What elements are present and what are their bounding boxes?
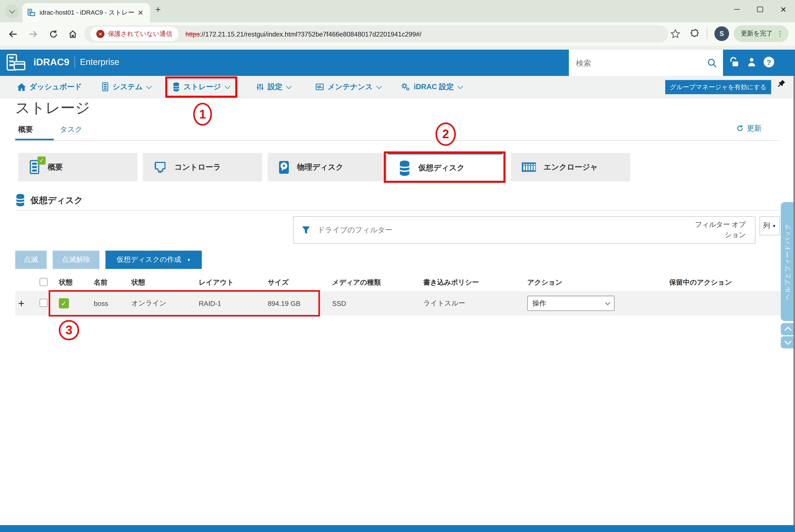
back-button[interactable] [6, 27, 19, 40]
expand-row-button[interactable]: + [15, 297, 40, 309]
refresh-icon [736, 125, 744, 132]
scroll-up-button[interactable] [781, 323, 795, 335]
browser-tab[interactable]: idrac-host01 - iDRAC9 - ストレー ✕ [22, 3, 150, 22]
help-feedback-tab[interactable]: ヘルプとフィードバック [781, 202, 795, 321]
unlock-icon[interactable] [729, 57, 740, 67]
enclosure-icon [521, 161, 537, 173]
create-virtual-disk-button[interactable]: 仮想ディスクの作成▼ [106, 251, 202, 269]
chevron-down-icon [457, 83, 463, 89]
tab-search-button[interactable] [5, 4, 19, 18]
minimize-icon [734, 9, 739, 9]
chevron-down-icon [146, 83, 152, 89]
columns-dropdown[interactable]: 列▼ [759, 216, 780, 235]
row-checkbox[interactable] [40, 299, 48, 307]
extensions-icon[interactable] [689, 28, 700, 39]
brand-edition: Enterprise [80, 57, 120, 67]
window-controls: ✕ [725, 0, 795, 18]
select-all-checkbox[interactable] [40, 278, 48, 286]
chevron-up-icon [784, 326, 791, 334]
toolbar-divider [707, 28, 707, 39]
search-input[interactable] [569, 58, 707, 67]
col-state: 状態 [131, 278, 199, 287]
filter-funnel-icon [302, 226, 310, 234]
forward-button[interactable] [26, 27, 40, 40]
controller-icon [153, 160, 167, 174]
global-search[interactable] [569, 50, 723, 76]
security-warning-text: 保護されていない通信 [108, 30, 173, 38]
nav-system[interactable]: システム [101, 76, 151, 98]
tab-overview[interactable]: 概要 [18, 125, 33, 134]
virtual-disk-section-icon [15, 193, 25, 207]
search-icon[interactable] [707, 58, 717, 68]
url-text: https://172.21.15.21/restgui/index.html?… [185, 30, 421, 38]
window-close-button[interactable]: ✕ [772, 0, 795, 18]
section-title: 仮想ディスク [30, 194, 83, 206]
col-layout: レイアウト [199, 278, 268, 287]
drive-filter[interactable]: フィルター オプション [293, 216, 756, 244]
nav-dashboard[interactable]: ダッシュボード [17, 76, 82, 98]
section-header: 仮想ディスク [15, 193, 83, 207]
tab-title: idrac-host01 - iDRAC9 - ストレー [40, 8, 136, 17]
nav-idrac-settings[interactable]: iDRAC 設定 [400, 76, 462, 98]
pin-icon[interactable] [777, 79, 786, 88]
nav-settings[interactable]: 設定 [256, 76, 291, 98]
col-status: 状態 [59, 278, 94, 287]
page-title: ストレージ [15, 98, 90, 118]
kebab-menu-icon: ⋮ [777, 30, 783, 37]
window-minimize-button[interactable] [725, 0, 748, 18]
refresh-link[interactable]: 更新 [736, 124, 762, 133]
tab-close-icon[interactable]: ✕ [136, 8, 145, 17]
annotation-box-table-row [49, 290, 320, 317]
brand-name: iDRAC9 [33, 57, 69, 68]
idrac-brand: iDRAC9 Enterprise [6, 54, 119, 71]
col-size: サイズ [268, 278, 332, 287]
help-icon[interactable]: ? [763, 57, 774, 67]
col-pending-actions: 保留中のアクション [669, 278, 788, 287]
brand-divider [74, 56, 75, 69]
profile-avatar[interactable]: S [714, 26, 729, 41]
reload-button[interactable] [47, 27, 60, 40]
screen: idrac-host01 - iDRAC9 - ストレー ✕ + ✕ ✕ 保護さ… [0, 0, 795, 532]
card-enclosures[interactable]: エンクロージャ [511, 153, 630, 181]
annotation-box-storage-nav [165, 77, 237, 98]
enable-group-manager-button[interactable]: グループマネージャを有効にする [665, 80, 771, 94]
server-icon [101, 82, 109, 92]
annotation-box-virtual-disk-card [384, 151, 505, 183]
idrac-logo-icon [6, 54, 27, 71]
col-write-policy: 書き込みポリシー [423, 278, 527, 287]
user-icon[interactable] [746, 57, 757, 67]
footer-bar [0, 525, 795, 532]
chevron-down-icon [376, 83, 382, 89]
unblink-button[interactable]: 点滅解除 [53, 251, 100, 269]
new-tab-button[interactable]: + [155, 4, 161, 15]
window-maximize-button[interactable] [748, 0, 772, 18]
annotation-circle-3: 3 [59, 320, 79, 340]
card-overview[interactable]: ✓ 概要 [18, 153, 138, 181]
home-button[interactable] [66, 27, 79, 40]
browser-update-button[interactable]: 更新を完了 ⋮ [734, 25, 788, 42]
physical-disk-icon [278, 160, 290, 174]
drive-filter-input[interactable] [317, 225, 693, 234]
blink-button[interactable]: 点滅 [15, 251, 47, 269]
filter-options-link[interactable]: フィルター オプション [693, 220, 755, 240]
annotation-circle-2: 2 [436, 122, 456, 146]
health-ok-icon: ✓ [37, 156, 46, 165]
chevron-down-icon [784, 338, 791, 345]
address-bar[interactable]: ✕ 保護されていない通信 https://172.21.15.21/restgu… [84, 25, 668, 42]
scrollbar[interactable] [794, 76, 795, 525]
overview-icon: ✓ [29, 159, 41, 175]
row-action-select[interactable]: 操作 [527, 296, 614, 311]
security-chip[interactable]: ✕ 保護されていない通信 [90, 27, 178, 41]
card-controllers[interactable]: コントローラ [143, 153, 262, 181]
cell-media: SSD [332, 300, 423, 307]
card-physical-disks[interactable]: 物理ディスク [268, 153, 387, 181]
bookmark-star-icon[interactable] [670, 28, 680, 39]
tab-tasks[interactable]: タスク [60, 125, 83, 134]
sliders-icon [256, 82, 264, 91]
annotation-circle-1: 1 [193, 103, 212, 126]
col-name: 名前 [94, 278, 131, 287]
nav-maintenance[interactable]: メンテナンス [315, 76, 381, 98]
chevron-down-icon [605, 300, 610, 305]
scroll-down-button[interactable] [781, 336, 795, 348]
not-secure-icon: ✕ [96, 30, 105, 38]
